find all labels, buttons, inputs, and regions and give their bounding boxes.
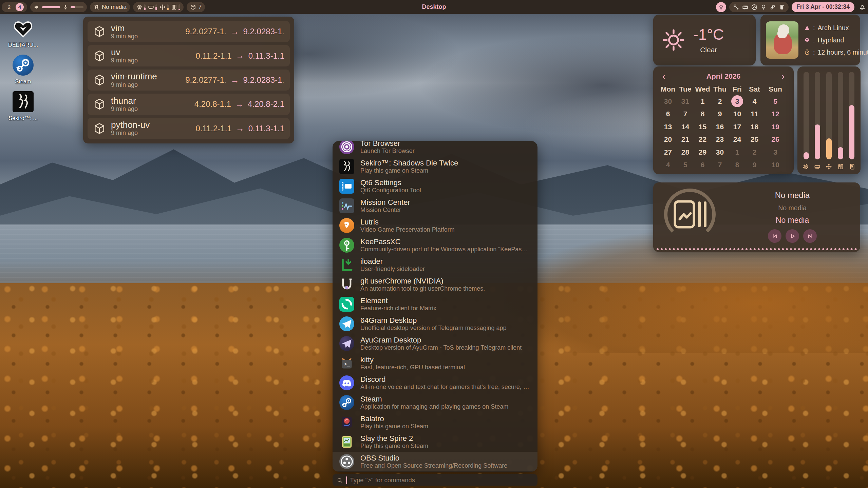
volume-slider[interactable] xyxy=(42,6,60,8)
launcher-item-discord[interactable]: DiscordAll-in-one voice and text chat fo… xyxy=(333,373,537,393)
calendar-date[interactable]: 9 xyxy=(711,108,729,120)
calendar-prev-button[interactable]: ‹ xyxy=(659,72,668,81)
calendar-date[interactable]: 2 xyxy=(746,147,763,158)
volume-pill[interactable] xyxy=(30,2,87,12)
calendar-date[interactable]: 28 xyxy=(677,147,694,158)
calendar-date[interactable]: 7 xyxy=(677,108,694,120)
calendar-date[interactable]: 5 xyxy=(677,159,694,171)
caffeine-toggle-button[interactable] xyxy=(716,2,726,12)
clock[interactable]: Fri 3 Apr - 00:32:34 xyxy=(792,2,854,12)
launcher-item-obs-studio[interactable]: OBS StudioFree and Open Source Streaming… xyxy=(333,452,537,471)
calendar-next-button[interactable]: › xyxy=(779,72,788,81)
calendar-date[interactable]: 6 xyxy=(659,108,677,120)
calendar-date[interactable]: 20 xyxy=(659,134,677,145)
calendar-date[interactable]: 8 xyxy=(694,108,711,120)
calendar-date[interactable]: 25 xyxy=(746,134,763,145)
media-next-button[interactable] xyxy=(803,229,817,243)
launcher-item-mission-center[interactable]: Mission CenterMission Center xyxy=(333,196,537,216)
calendar-date[interactable]: 29 xyxy=(694,147,711,158)
search-input[interactable] xyxy=(350,476,534,484)
launcher-item-keepassxc[interactable]: KeePassXCCommunity-driven port of the Wi… xyxy=(333,235,537,255)
calendar-date[interactable]: 17 xyxy=(729,121,746,133)
calendar-date[interactable]: 21 xyxy=(677,134,694,145)
calendar-date[interactable]: 2 xyxy=(711,96,729,107)
launcher-item-qt6-settings[interactable]: Qt6 SettingsQt6 Configuration Tool xyxy=(333,176,537,196)
desktop-icon-steam[interactable]: Steam xyxy=(3,54,43,85)
calendar-date[interactable]: 12 xyxy=(763,108,788,120)
app-description: Unofficial desktop version of Telegram m… xyxy=(360,325,507,332)
obs-tray-icon[interactable] xyxy=(751,4,758,11)
media-play-button[interactable] xyxy=(786,229,799,243)
calendar-date[interactable]: 13 xyxy=(659,121,677,133)
package-name: vim xyxy=(111,23,138,33)
workspace-4-active[interactable]: 4 xyxy=(16,3,24,11)
calendar-date[interactable]: 4 xyxy=(659,159,677,171)
calendar-date[interactable]: 30 xyxy=(659,96,677,107)
calendar-date[interactable]: 14 xyxy=(677,121,694,133)
launcher-item-sekiro-shadows-die-twice[interactable]: Sekiro™: Shadows Die TwicePlay this game… xyxy=(333,157,537,176)
launcher-item-balatro[interactable]: BalatroPlay this game on Steam xyxy=(333,412,537,432)
launcher-item-element[interactable]: ElementFeature-rich client for Matrix xyxy=(333,294,537,314)
calendar-date[interactable]: 26 xyxy=(763,134,788,145)
launcher-search-bar[interactable] xyxy=(333,474,537,486)
calendar-date[interactable]: 23 xyxy=(711,134,729,145)
update-row-vim[interactable]: vim9 min ago9.2.0277-1.→9.2.0283-1. xyxy=(88,21,290,42)
calendar-date[interactable]: 15 xyxy=(694,121,711,133)
calendar-date[interactable]: 22 xyxy=(694,134,711,145)
launcher-item-lutris[interactable]: LutrisVideo Game Preservation Platform xyxy=(333,216,537,235)
calendar-date[interactable]: 27 xyxy=(659,147,677,158)
steam-tray-icon[interactable] xyxy=(769,4,776,11)
calendar-date[interactable]: 30 xyxy=(711,147,729,158)
calendar-date[interactable]: 24 xyxy=(729,134,746,145)
package-icon xyxy=(93,74,106,86)
calendar-date[interactable]: 31 xyxy=(677,96,694,107)
workspaces-pill[interactable]: 24 xyxy=(2,2,27,12)
lightbulb-tray-icon[interactable] xyxy=(760,4,767,11)
package-name: vim-runtime xyxy=(111,72,157,81)
media-pill[interactable]: No media xyxy=(90,2,130,12)
calendar-date[interactable]: 1 xyxy=(729,147,746,158)
calendar-date[interactable]: 3 xyxy=(763,147,788,158)
calendar-date[interactable]: 9 xyxy=(746,159,763,171)
desktop-icon-sekiro-[interactable]: Sekiro™: ... xyxy=(3,91,43,121)
launcher-item-iloader[interactable]: iloaderUser-friendly sideloader xyxy=(333,255,537,275)
calendar-date[interactable]: 10 xyxy=(729,108,746,120)
launcher-item-slay-the-spire-2[interactable]: Slay the Spire 2Play this game on Steam xyxy=(333,432,537,452)
update-row-python-uv[interactable]: python-uv9 min ago0.11.2-1.1→0.11.3-1.1 xyxy=(88,118,290,139)
calendar-date[interactable]: 18 xyxy=(746,121,763,133)
calendar-date[interactable]: 5 xyxy=(763,96,788,107)
calendar-date[interactable]: 8 xyxy=(729,159,746,171)
desktop-icon-deltaru-[interactable]: DELTARU... xyxy=(3,18,43,48)
updates-pill[interactable]: 7 xyxy=(187,2,205,12)
app-description: Mission Center xyxy=(360,207,410,214)
launcher-item-tor-browser[interactable]: Tor BrowserLaunch Tor Browser xyxy=(333,141,537,157)
keepassxc-tray-icon[interactable] xyxy=(733,4,739,11)
launcher-item-git-userchrome-nvidia-[interactable]: git userChrome (NVIDIA)An automation too… xyxy=(333,275,537,294)
calendar-date[interactable]: 4 xyxy=(746,96,763,107)
launcher-item-kitty[interactable]: >_kittyFast, feature-rich, GPU based ter… xyxy=(333,353,537,373)
launcher-item-64gram-desktop[interactable]: 64Gram DesktopUnofficial desktop version… xyxy=(333,314,537,334)
launcher-item-steam[interactable]: SteamApplication for managing and playin… xyxy=(333,393,537,412)
calendar-date[interactable]: 1 xyxy=(694,96,711,107)
mic-slider[interactable] xyxy=(71,6,83,8)
calendar-date[interactable]: 10 xyxy=(763,159,788,171)
update-row-thunar[interactable]: thunar9 min ago4.20.8-1.1→4.20.8-2.1 xyxy=(88,94,290,115)
notifications-bell-icon[interactable] xyxy=(859,3,866,11)
old-version: 4.20.8-1.1 xyxy=(194,99,231,109)
workspace-2[interactable]: 2 xyxy=(5,3,13,11)
media-previous-button[interactable] xyxy=(768,229,781,243)
calendar-date[interactable]: 7 xyxy=(711,159,729,171)
calendar-date[interactable]: 19 xyxy=(763,121,788,133)
sts2-app-icon xyxy=(339,434,354,449)
calendar-date-selected[interactable]: 3 xyxy=(729,96,746,107)
trash-tray-icon[interactable] xyxy=(778,4,785,11)
update-row-uv[interactable]: uv9 min ago0.11.2-1.1→0.11.3-1.1 xyxy=(88,45,290,66)
calendar-date[interactable]: 11 xyxy=(746,108,763,120)
calendar-date[interactable]: 6 xyxy=(694,159,711,171)
update-row-vim-runtime[interactable]: vim-runtime9 min ago9.2.0277-1.→9.2.0283… xyxy=(88,70,290,91)
sysinfo-value: 12 hours, 6 minutes xyxy=(817,48,868,56)
launcher-item-ayugram-desktop[interactable]: AyuGram DesktopDesktop version of AyuGra… xyxy=(333,334,537,353)
network-tray-icon[interactable] xyxy=(742,4,749,11)
system-stats-pill[interactable] xyxy=(133,2,184,12)
calendar-date[interactable]: 16 xyxy=(711,121,729,133)
